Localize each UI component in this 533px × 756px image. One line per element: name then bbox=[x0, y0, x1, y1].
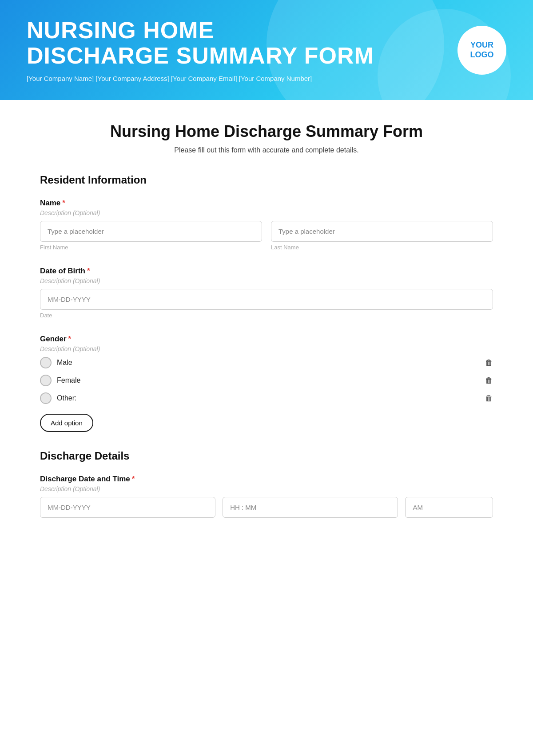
name-required-star: * bbox=[62, 199, 65, 208]
logo: YOURLOGO bbox=[457, 26, 506, 75]
field-gender: Gender * Description (Optional) Male 🗑 F… bbox=[40, 335, 493, 432]
add-option-button[interactable]: Add option bbox=[40, 414, 93, 432]
last-name-sub-label: Last Name bbox=[271, 244, 493, 251]
radio-female-label: Female bbox=[57, 376, 80, 384]
field-name: Name * Description (Optional) First Name… bbox=[40, 199, 493, 251]
dob-input[interactable] bbox=[40, 289, 493, 310]
form-title: Nursing Home Discharge Summary Form bbox=[40, 122, 493, 141]
field-name-label: Name * bbox=[40, 199, 493, 208]
last-name-input[interactable] bbox=[271, 221, 493, 242]
discharge-ampm-input[interactable] bbox=[405, 497, 493, 518]
discharge-datetime-label: Discharge Date and Time * bbox=[40, 475, 493, 484]
name-description: Description (Optional) bbox=[40, 209, 493, 216]
radio-other[interactable] bbox=[40, 392, 52, 404]
first-name-sub-label: First Name bbox=[40, 244, 262, 251]
header-left: NURSING HOME DISCHARGE SUMMARY FORM [You… bbox=[27, 18, 457, 82]
radio-other-label: Other: bbox=[57, 394, 76, 402]
discharge-datetime-required-star: * bbox=[132, 475, 135, 484]
discharge-ampm-wrapper bbox=[405, 497, 493, 518]
gender-description: Description (Optional) bbox=[40, 345, 493, 352]
discharge-date-input[interactable] bbox=[40, 497, 215, 518]
first-name-input[interactable] bbox=[40, 221, 262, 242]
name-input-row: First Name Last Name bbox=[40, 221, 493, 251]
section-discharge-details: Discharge Details bbox=[40, 450, 493, 462]
delete-other-icon[interactable]: 🗑 bbox=[485, 394, 493, 403]
gender-option-male: Male 🗑 bbox=[40, 357, 493, 368]
main-content: Nursing Home Discharge Summary Form Plea… bbox=[0, 100, 533, 560]
dob-label: Date of Birth * bbox=[40, 267, 493, 276]
radio-female[interactable] bbox=[40, 375, 52, 386]
discharge-time-wrapper bbox=[223, 497, 398, 518]
section-resident-info: Resident Information bbox=[40, 174, 493, 186]
dob-required-star: * bbox=[87, 267, 90, 276]
gender-option-other: Other: 🗑 bbox=[40, 392, 493, 404]
gender-required-star: * bbox=[68, 335, 72, 344]
dob-input-wrapper: Date bbox=[40, 289, 493, 319]
header-company-info: [Your Company Name] [Your Company Addres… bbox=[27, 75, 457, 82]
header-title: NURSING HOME DISCHARGE SUMMARY FORM bbox=[27, 18, 457, 68]
dob-description: Description (Optional) bbox=[40, 277, 493, 284]
delete-male-icon[interactable]: 🗑 bbox=[485, 358, 493, 368]
discharge-datetime-row bbox=[40, 497, 493, 518]
discharge-time-input[interactable] bbox=[223, 497, 398, 518]
form-subtitle: Please fill out this form with accurate … bbox=[40, 146, 493, 154]
field-discharge-datetime: Discharge Date and Time * Description (O… bbox=[40, 475, 493, 518]
delete-female-icon[interactable]: 🗑 bbox=[485, 376, 493, 385]
radio-male[interactable] bbox=[40, 357, 52, 368]
last-name-wrapper: Last Name bbox=[271, 221, 493, 251]
gender-option-female: Female 🗑 bbox=[40, 375, 493, 386]
radio-male-label: Male bbox=[57, 359, 72, 367]
gender-label: Gender * bbox=[40, 335, 493, 344]
page-header: NURSING HOME DISCHARGE SUMMARY FORM [You… bbox=[0, 0, 533, 100]
dob-sub-label: Date bbox=[40, 312, 493, 319]
field-dob: Date of Birth * Description (Optional) D… bbox=[40, 267, 493, 319]
discharge-date-wrapper bbox=[40, 497, 215, 518]
first-name-wrapper: First Name bbox=[40, 221, 262, 251]
discharge-datetime-description: Description (Optional) bbox=[40, 485, 493, 492]
